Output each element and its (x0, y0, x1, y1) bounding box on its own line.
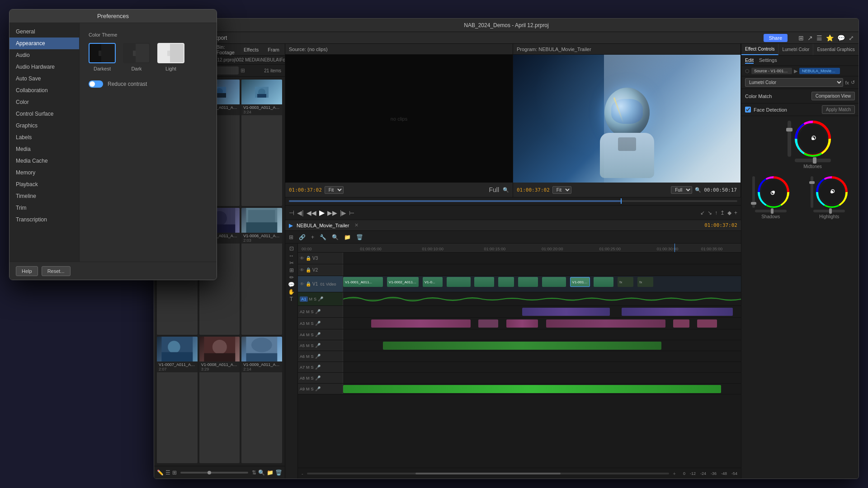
pen-icon[interactable]: ✏ (289, 274, 294, 281)
a7-mute[interactable]: M (306, 365, 310, 370)
a5-clip[interactable] (383, 342, 661, 350)
a7-solo[interactable]: S (311, 365, 314, 370)
a8-mute[interactable]: M (306, 376, 310, 380)
a3-track-content[interactable] (343, 318, 741, 329)
hand-icon[interactable]: ✋ (288, 289, 295, 295)
reset-button[interactable]: Reset... (42, 266, 71, 276)
pref-item-appearance[interactable]: Appearance (9, 38, 79, 49)
tab-effect-controls[interactable]: Effect Controls (741, 44, 778, 55)
a9-clip[interactable] (343, 385, 721, 393)
theme-option-darkest[interactable]: Darkest (89, 43, 116, 71)
pref-item-graphics[interactable]: Graphics (9, 120, 79, 131)
extract-icon[interactable]: ↥ (720, 210, 725, 216)
tab-essential-graphics[interactable]: Essential Graphics (813, 44, 859, 55)
a2-mute[interactable]: M (306, 310, 310, 314)
theme-option-light[interactable]: Light (157, 43, 184, 71)
track-select-icon[interactable]: ⊡ (289, 245, 294, 252)
a3-clip5[interactable] (673, 319, 689, 328)
delete-icon[interactable]: 🗑️ (275, 469, 282, 476)
highlights-v-handle[interactable] (809, 181, 815, 184)
pref-item-auto-save[interactable]: Auto Save (9, 73, 79, 84)
a6-mute[interactable]: M (306, 354, 310, 359)
pref-item-media-cache[interactable]: Media Cache (9, 155, 79, 167)
v3-track-content[interactable] (343, 253, 741, 264)
snap-icon[interactable]: ⊞ (287, 233, 295, 241)
source-clip-chip[interactable]: Source - V1-0013_A01... (751, 68, 792, 74)
razor-icon[interactable]: ✂ (289, 260, 294, 266)
play-forward-icon[interactable]: ▶▶ (327, 209, 337, 216)
highlights-h-slider[interactable] (813, 210, 845, 212)
apply-match-button[interactable]: Apply Match (822, 105, 855, 114)
pref-item-control-surface[interactable]: Control Surface (9, 108, 79, 120)
pref-item-color[interactable]: Color (9, 96, 79, 108)
media-clip-3[interactable]: V1-0003_A011_A02... 3:24 (241, 80, 282, 206)
v1-clip-4[interactable] (447, 277, 471, 287)
scrubber-bar[interactable] (285, 197, 741, 206)
a4-mic-icon[interactable]: 🎤 (315, 332, 321, 337)
shadows-color-wheel[interactable] (758, 176, 789, 208)
effect-dropdown[interactable]: Lumetri Color (745, 78, 843, 87)
pref-item-audio[interactable]: Audio (9, 49, 79, 61)
pref-item-trim[interactable]: Trim (9, 202, 79, 214)
shadows-v-slider[interactable] (752, 176, 755, 208)
midtones-color-wheel[interactable] (795, 121, 831, 157)
a8-solo[interactable]: S (311, 376, 314, 380)
v1-clip-1[interactable]: V1-0001_A011... (343, 277, 383, 287)
a6-track-content[interactable] (343, 351, 741, 361)
pref-item-transcription[interactable]: Transcription (9, 214, 79, 225)
a1-mute[interactable]: M (309, 297, 313, 301)
a3-clip2[interactable] (478, 319, 498, 328)
fx-icon[interactable]: fx (845, 80, 849, 85)
a9-mic-icon[interactable]: 🎤 (315, 386, 321, 391)
v1-clip-selected[interactable]: V1-0013_... (570, 277, 590, 287)
a1-mic-icon[interactable]: 🎤 (318, 296, 323, 301)
a7-mic-icon[interactable]: 🎤 (315, 365, 321, 370)
slip-icon[interactable]: ⊞ (289, 267, 294, 273)
midtones-v-slider[interactable] (788, 121, 791, 157)
a2-solo[interactable]: S (311, 310, 314, 314)
timeline-folder-icon[interactable]: 📁 (342, 233, 353, 241)
mark-in-icon[interactable]: ⊣ (289, 209, 294, 216)
expand-icon[interactable]: ⤢ (849, 34, 854, 42)
text-icon[interactable]: T (290, 296, 293, 302)
edit-icon[interactable]: ✏️ (157, 469, 164, 476)
highlights-color-wheel[interactable] (816, 176, 848, 208)
reset-effect-icon[interactable]: ↺ (851, 80, 855, 85)
shadows-h-handle[interactable] (771, 208, 774, 214)
a3-clip1[interactable] (371, 319, 471, 328)
lift-icon[interactable]: ↑ (715, 210, 717, 216)
list-view-icon[interactable]: ☰ (165, 469, 170, 476)
a9-track-content[interactable] (343, 384, 741, 394)
a8-track-content[interactable] (343, 373, 741, 383)
a1-track-content[interactable] (343, 292, 741, 305)
a5-mic-icon[interactable]: 🎤 (315, 343, 321, 348)
a6-mic-icon[interactable]: 🎤 (315, 354, 321, 359)
a2-clip1[interactable] (522, 308, 610, 316)
panels-icon[interactable]: ☰ (816, 34, 822, 42)
tab-bin[interactable]: Bin: Footage (215, 43, 236, 56)
a3-clip4[interactable] (546, 319, 665, 328)
shadows-v-handle[interactable] (751, 202, 756, 205)
a9-mute[interactable]: M (306, 387, 310, 391)
a3-mic-icon[interactable]: 🎤 (315, 321, 321, 326)
face-detection-checkbox[interactable] (745, 107, 751, 113)
source-fit-select[interactable]: Fit (325, 186, 344, 194)
theme-swatch-darkest[interactable] (89, 43, 116, 63)
sort-icon[interactable]: ⇅ (252, 469, 256, 476)
add-marker-icon[interactable]: ◆ (727, 210, 731, 216)
timeline-search-icon[interactable]: 🔍 (330, 233, 340, 241)
media-clip-8[interactable]: V1-0008_A011_A02... 3:29 (199, 337, 240, 463)
v1-clip-7[interactable] (518, 277, 538, 287)
v1-lock-icon[interactable]: 🔒 (306, 282, 311, 286)
ripple-icon[interactable]: ↔ (289, 253, 294, 259)
grid-view-icon[interactable]: ⊞ (172, 469, 177, 476)
button-editor-icon[interactable]: + (734, 210, 737, 216)
filter-icon[interactable]: ⊞ (241, 67, 245, 74)
overwrite-icon[interactable]: ↘ (708, 210, 712, 216)
shadows-h-slider[interactable] (755, 210, 787, 212)
v1-clip-5[interactable] (474, 277, 494, 287)
a5-solo[interactable]: S (311, 343, 314, 348)
pref-item-collaboration[interactable]: Collaboration (9, 84, 79, 96)
timeline-wrench-icon[interactable]: 🔧 (318, 233, 328, 241)
dest-clip-chip[interactable]: NEBULA_Movie_Trailer - V1-0... (799, 68, 840, 74)
